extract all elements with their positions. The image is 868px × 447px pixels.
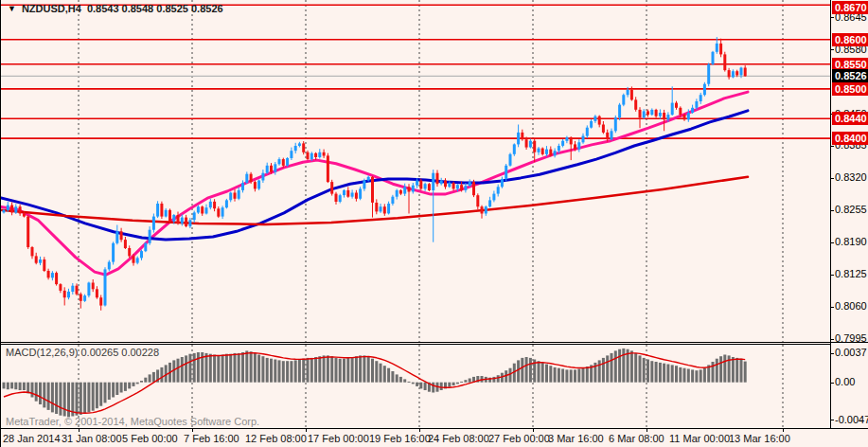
macd-tick-label: -0.00473 xyxy=(835,414,868,426)
time-axis-label: 7 Feb 16:00 xyxy=(184,433,239,444)
indicator-name: MACD(12,26,9) xyxy=(6,347,78,358)
price-tick-mark xyxy=(830,146,834,147)
watermark: MetaTrader, © 2001-2014, MetaQuotes Soft… xyxy=(6,416,259,427)
price-tick-label: 0.8320 xyxy=(835,171,867,184)
time-axis-label: 24 Feb 08:00 xyxy=(428,433,489,444)
chart-title: ▼ NZDUSD,H4 0.8543 0.8548 0.8525 0.8526 xyxy=(8,3,223,14)
time-tick-mark xyxy=(192,428,193,432)
time-axis-label: 17 Feb 00:00 xyxy=(308,433,369,444)
chart-context-arrow-icon[interactable]: ▼ xyxy=(8,4,16,13)
price-tick-mark xyxy=(830,178,834,179)
time-axis-label: 6 Mar 08:00 xyxy=(609,433,664,444)
price-tick-mark xyxy=(830,49,834,50)
time-axis-label: 31 Jan 08:00 xyxy=(62,433,122,444)
symbol-period-label: NZDUSD,H4 xyxy=(22,3,81,14)
macd-tick-mark xyxy=(830,383,834,384)
ohlc-values: 0.8543 0.8548 0.8525 0.8526 xyxy=(87,3,223,14)
macd-tick-mark xyxy=(830,420,834,420)
time-tick-mark xyxy=(79,428,80,432)
panel-borders xyxy=(0,0,868,447)
macd-tick-label: 0.00 xyxy=(835,376,855,388)
macd-tick-mark xyxy=(830,353,834,354)
current-price-badge: 0.8526 xyxy=(832,69,868,82)
price-level-badge: 0.8440 xyxy=(832,112,868,125)
time-axis-label: 11 Mar 00:00 xyxy=(669,433,730,444)
time-tick-mark xyxy=(647,428,647,432)
time-axis-label: 27 Feb 00:00 xyxy=(488,433,550,444)
time-axis-label: 5 Feb 00:00 xyxy=(122,433,178,444)
macd-tick-label: 0.0037 xyxy=(835,347,867,359)
time-axis-label: 12 Feb 08:00 xyxy=(245,433,307,444)
price-tick-label: 0.8125 xyxy=(835,268,867,280)
time-axis-label: 28 Jan 2014 xyxy=(3,433,61,444)
time-axis[interactable]: 28 Jan 201431 Jan 08:005 Feb 00:007 Feb … xyxy=(0,428,868,447)
time-tick-mark xyxy=(533,428,534,432)
price-tick-mark xyxy=(830,242,834,243)
indicator-signal-value: 0.00228 xyxy=(121,347,159,358)
price-tick-mark xyxy=(830,275,834,276)
price-tick-mark xyxy=(830,339,834,340)
time-axis-label: 19 Feb 16:00 xyxy=(369,433,431,444)
price-level-badge: 0.8500 xyxy=(832,82,868,96)
time-tick-mark xyxy=(306,428,307,432)
price-tick-mark xyxy=(830,17,834,18)
indicator-macd-value: 0.00265 xyxy=(80,347,118,358)
time-axis-label: 3 Mar 16:00 xyxy=(548,433,604,444)
time-axis-label: 13 Mar 16:00 xyxy=(729,433,790,444)
time-tick-mark xyxy=(783,428,784,432)
time-tick-mark xyxy=(419,428,420,432)
indicator-label: MACD(12,26,9) 0.00265 0.00228 xyxy=(6,347,159,358)
price-level-badge: 0.8600 xyxy=(832,33,868,46)
price-level-badge: 0.8670 xyxy=(832,1,868,14)
price-tick-mark xyxy=(830,210,834,211)
price-tick-mark xyxy=(830,307,834,308)
price-tick-label: 0.8060 xyxy=(835,300,867,313)
mt4-chart-window[interactable]: ▼ NZDUSD,H4 0.8543 0.8548 0.8525 0.8526 … xyxy=(0,0,868,447)
price-level-badge: 0.8400 xyxy=(832,132,868,145)
price-tick-label: 0.8255 xyxy=(835,204,867,216)
price-tick-label: 0.8190 xyxy=(835,236,867,248)
price-tick-label: 0.7995 xyxy=(835,332,867,345)
